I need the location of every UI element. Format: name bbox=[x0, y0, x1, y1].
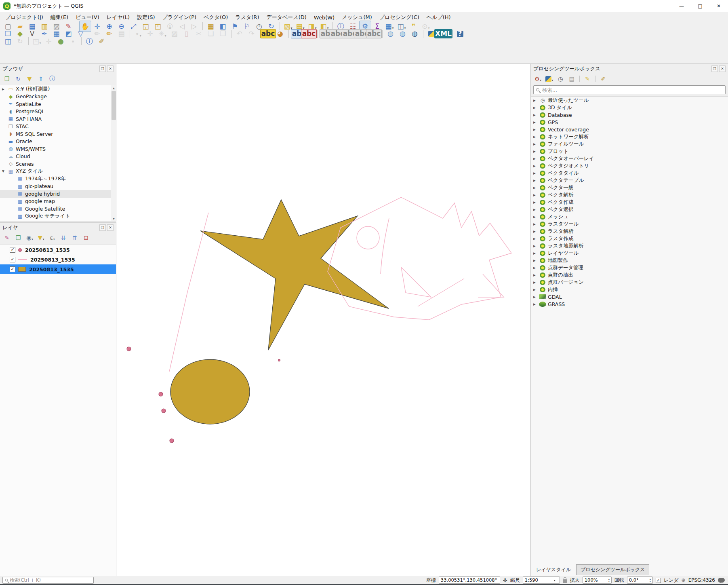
toolbox-group-vector-analysis[interactable]: ▶ ベクタ解析 bbox=[531, 191, 728, 199]
toolbox-group-vector-overlay[interactable]: ▶ ベクタオーバーレイ bbox=[531, 155, 728, 162]
toolbox-group-vector-coverage[interactable]: ▶ Vector coverage bbox=[531, 126, 728, 133]
browser-item-geopackage[interactable]: ◆ GeoPackage bbox=[0, 93, 116, 101]
toolbox-group-vector-tiles[interactable]: ▶ ベクタタイル bbox=[531, 169, 728, 177]
layer-item-lines[interactable]: ✓ 20250813_1535 bbox=[0, 255, 116, 264]
coordinate-extents-icon[interactable]: ✜ bbox=[503, 577, 507, 583]
browser-item-ms-sql-server[interactable]: ◗ MS SQL Server bbox=[0, 130, 116, 138]
toolbox-group-pointcloud-extraction[interactable]: ▶ 点群の抽出 bbox=[531, 271, 728, 279]
metasearch-globe-button[interactable]: ◍ bbox=[385, 28, 397, 40]
toolbox-group-network-analysis[interactable]: ▶ ネットワーク解析 bbox=[531, 133, 728, 140]
browser-item-xyz-tiles[interactable]: ▼ ▦ XYZ タイル bbox=[0, 168, 116, 175]
copy-features-button[interactable]: ❏ bbox=[205, 28, 217, 40]
browser-item-x-drive[interactable]: ▶ ▭ X:¥ (桜町測量) bbox=[0, 85, 116, 93]
toolbox-group-database[interactable]: ▶ Database bbox=[531, 111, 728, 118]
undo-button[interactable]: ↶ bbox=[234, 28, 246, 40]
toolbox-group-interpolation[interactable]: ▶ 内挿 bbox=[531, 286, 728, 293]
toolbox-group-vector-general[interactable]: ▶ ベクタ一般 bbox=[531, 184, 728, 191]
coordinate-input[interactable] bbox=[441, 577, 498, 583]
filter-legend-button[interactable]: ▼▾ bbox=[36, 233, 46, 242]
browser-item-sap-hana[interactable]: ▦ SAP HANA bbox=[0, 115, 116, 123]
layer-item-points[interactable]: ✓ 20250813_1535 bbox=[0, 245, 116, 255]
rotation-input[interactable] bbox=[629, 577, 648, 583]
browser-item-postgresql[interactable]: ◖ PostgreSQL bbox=[0, 108, 116, 116]
magnifier-input[interactable] bbox=[585, 577, 607, 583]
add-feature-button[interactable]: ∙▾ bbox=[132, 28, 144, 40]
layer-checkbox[interactable]: ✓ bbox=[10, 247, 15, 253]
toolbox-group-mesh[interactable]: ▶ メッシュ bbox=[531, 213, 728, 220]
scale-input[interactable] bbox=[525, 577, 548, 583]
browser-properties-button[interactable]: ⓘ bbox=[47, 74, 57, 83]
toolbox-group-recent[interactable]: ▶ ◷ 最近使ったツール bbox=[531, 97, 728, 104]
minimize-button[interactable]: — bbox=[672, 0, 691, 12]
browser-item-gic-plateau[interactable]: ▦ gic-plateau bbox=[0, 183, 116, 190]
toolbox-search-input[interactable] bbox=[542, 87, 723, 93]
manage-map-themes-button[interactable]: ◉▾ bbox=[25, 233, 35, 242]
toolbox-models-button[interactable]: ⚙▾ bbox=[533, 74, 543, 83]
magnifier-spinner[interactable]: ▴▾ bbox=[607, 578, 610, 583]
map-canvas[interactable] bbox=[116, 64, 530, 576]
annotation-settings-button[interactable]: ✐ bbox=[96, 36, 108, 47]
toolbox-group-plots[interactable]: ▶ プロット bbox=[531, 148, 728, 155]
highlight-pinned-labels-button[interactable]: abc bbox=[303, 28, 315, 40]
open-layer-styling-button[interactable]: ✎ bbox=[2, 233, 12, 242]
browser-item-wms-wmts[interactable]: ◍ WMS/WMTS bbox=[0, 145, 116, 153]
xml-tools-button[interactable]: XML bbox=[438, 28, 450, 40]
scroll-up-icon[interactable]: ▲ bbox=[111, 85, 116, 91]
add-selected-layers-button[interactable]: ❒ bbox=[2, 74, 12, 83]
scale-combo[interactable]: ▾ bbox=[523, 577, 560, 584]
toolbox-group-pointcloud-management[interactable]: ▶ 点群データ管理 bbox=[531, 264, 728, 271]
layer-labeling-button[interactable]: abc bbox=[262, 28, 274, 40]
close-button[interactable]: ✕ bbox=[709, 0, 728, 12]
maximize-button[interactable]: □ bbox=[691, 0, 709, 12]
identify-annotation-button[interactable]: ⓘ bbox=[84, 36, 96, 47]
toolbox-group-grass[interactable]: ▶ GRASS bbox=[531, 300, 728, 308]
annotation-point-button[interactable]: ∙ bbox=[67, 36, 79, 47]
panel-float-button[interactable]: ❐ bbox=[711, 65, 718, 72]
toolbox-python-button[interactable]: ▾ bbox=[544, 74, 554, 83]
toolbox-log-button[interactable]: ▤ bbox=[567, 74, 577, 83]
layer-checkbox[interactable]: ✓ bbox=[10, 257, 15, 262]
panel-close-button[interactable]: ✕ bbox=[107, 65, 114, 72]
layer-checkbox[interactable]: ✓ bbox=[10, 266, 15, 272]
browser-item-google-satellite[interactable]: ▦ Google Satellite bbox=[0, 205, 116, 213]
toolbox-edit-features-inplace-button[interactable]: ✎ bbox=[583, 74, 593, 83]
annotation-crosshair-button[interactable]: ✛ bbox=[43, 36, 55, 47]
scrollbar-thumb[interactable] bbox=[112, 91, 116, 120]
browser-item-google-satellite-ja[interactable]: ▦ Google サテライト bbox=[0, 213, 116, 220]
browser-item-cloud[interactable]: ☁ Cloud bbox=[0, 153, 116, 161]
delete-selected-button[interactable]: ▯ bbox=[181, 28, 193, 40]
panel-float-button[interactable]: ❐ bbox=[99, 224, 106, 231]
cut-features-button[interactable]: ✂ bbox=[193, 28, 205, 40]
toolbox-group-layer-tools[interactable]: ▶ レイヤツール bbox=[531, 249, 728, 257]
browser-item-stac[interactable]: ❒ STAC bbox=[0, 123, 116, 131]
collapse-all-browser-button[interactable]: ⇑ bbox=[36, 74, 46, 83]
toolbox-group-vector-geometry[interactable]: ▶ ベクタジオメトリ bbox=[531, 162, 728, 169]
toolbox-group-pointcloud-conversion[interactable]: ▶ 点群バージョン bbox=[531, 279, 728, 286]
toolbox-group-raster-analysis[interactable]: ▶ ラスタ解析 bbox=[531, 228, 728, 235]
toolbox-group-vector-table[interactable]: ▶ ベクタテーブル bbox=[531, 177, 728, 184]
move-annotation-button[interactable]: ◫ bbox=[2, 36, 14, 47]
tab-processing-toolbox[interactable]: プロセシングツールボックス bbox=[576, 564, 649, 575]
browser-item-xyz-1974-1978[interactable]: ▦ 1974年～1978年 bbox=[0, 175, 116, 183]
web-globe-button[interactable]: ◍ bbox=[409, 28, 421, 40]
toolbox-group-gdal[interactable]: ▶ GDAL bbox=[531, 293, 728, 300]
filter-by-expression-button[interactable]: ε▾ bbox=[47, 233, 57, 242]
log-messages-icon[interactable] bbox=[718, 578, 725, 583]
toolbox-group-vector-selection[interactable]: ▶ ベクタ選択 bbox=[531, 206, 728, 213]
new-annotation-layer-button[interactable]: ● bbox=[55, 36, 67, 47]
wms-globe-button[interactable]: ◍ bbox=[397, 28, 409, 40]
paste-features-button[interactable]: ❐ bbox=[217, 28, 229, 40]
remove-layer-button[interactable]: ⊟ bbox=[81, 233, 91, 242]
label-properties-button[interactable]: abc bbox=[368, 28, 380, 40]
scroll-down-icon[interactable]: ▼ bbox=[111, 216, 116, 221]
rotation-spinner[interactable]: ▴▾ bbox=[648, 578, 651, 583]
crs-label[interactable]: EPSG:4326 bbox=[688, 577, 715, 583]
vertex-tool-button[interactable]: ✳▾ bbox=[156, 28, 168, 40]
filter-browser-button[interactable]: ▼ bbox=[25, 74, 35, 83]
rotate-annotation-button[interactable]: ↻ bbox=[14, 36, 26, 47]
expand-all-button[interactable]: ⇊ bbox=[59, 233, 69, 242]
toolbox-group-file-tools[interactable]: ▶ ファイルツール bbox=[531, 140, 728, 148]
browser-item-scenes[interactable]: ◇ Scenes bbox=[0, 160, 116, 168]
scale-dropdown-icon[interactable]: ▾ bbox=[548, 579, 555, 582]
refresh-browser-button[interactable]: ↻ bbox=[13, 74, 23, 83]
